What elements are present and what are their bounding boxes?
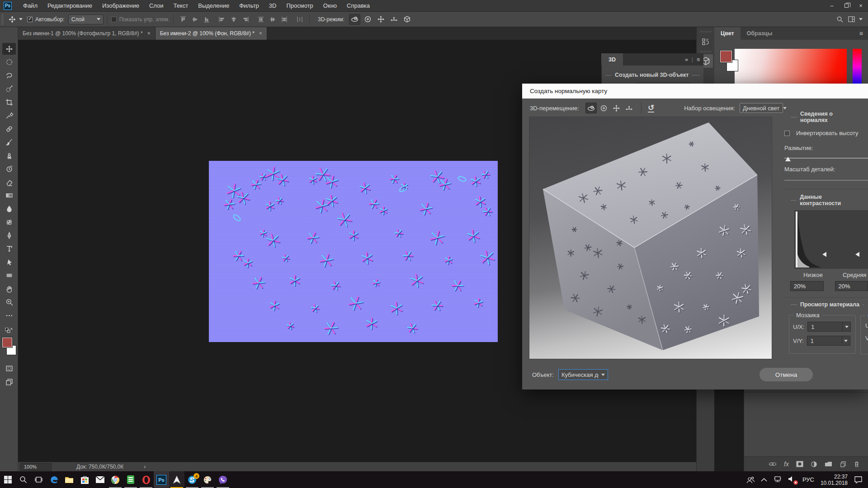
new-layer-icon[interactable] [840,461,846,468]
distribute-vcenter-icon[interactable] [267,14,278,25]
language-indicator[interactable]: РУС [802,476,814,483]
tab-color[interactable]: Цвет [714,27,741,40]
menu-5[interactable]: Текст [169,0,193,12]
close-tab-icon[interactable]: × [259,30,262,37]
mail-icon[interactable] [92,471,108,488]
link-icon[interactable] [769,461,777,467]
shape-tool[interactable] [2,270,16,282]
autoselect-target-dropdown[interactable]: Слой [68,14,104,24]
orbit-3d-icon[interactable] [585,103,597,113]
opera-icon[interactable] [138,471,154,488]
menu-3[interactable]: Изображение [97,0,144,12]
taskbar-search-icon[interactable] [15,471,31,488]
edit-toolbar-icon[interactable] [2,310,16,321]
move-tool[interactable] [2,43,16,55]
menu-11[interactable]: Справка [342,0,375,12]
sponge-tool[interactable] [2,216,16,228]
start-button[interactable] [0,471,15,488]
pan-3d-icon[interactable] [375,14,387,25]
delete-layer-icon[interactable] [854,461,860,468]
roll-3d-icon[interactable] [362,14,373,25]
distribute-top-icon[interactable] [255,14,267,25]
network-icon[interactable] [774,476,782,483]
skype-icon[interactable]: 4 [184,471,200,488]
tab-3d[interactable]: 3D [601,53,623,66]
slide-3d-icon[interactable] [388,14,400,25]
zoom-level-field[interactable]: 100% [20,463,52,471]
document-tab-2[interactable]: Без имени-2 @ 100% (Фон, RGB/8#) * × [156,27,267,40]
task-view-icon[interactable] [31,471,46,488]
menu-9[interactable]: Просмотр [281,0,318,12]
document-tab-1[interactable]: Без имени-1 @ 100% (Фотофильтр 1, RGB/8#… [18,27,156,40]
type-tool[interactable] [2,243,16,255]
screen-mode-icon[interactable] [2,376,16,388]
roll-3d-icon[interactable] [598,103,609,113]
panel-menu-icon[interactable]: ≡ [859,30,863,37]
align-top-icon[interactable] [177,14,189,25]
menu-6[interactable]: Выделение [193,0,234,12]
marquee-tool[interactable] [2,56,16,68]
quick-mask-icon[interactable] [2,362,16,374]
dialog-title-bar[interactable]: Создать нормальную карту [522,84,868,99]
normal-map-image[interactable] [209,161,498,342]
viber-icon[interactable] [215,471,231,488]
menu-2[interactable]: Редактирование [42,0,97,12]
mosaic-ux-select[interactable]: 1 [807,322,851,332]
menu-8[interactable]: 3D [264,0,282,12]
lighting-preset-dropdown[interactable]: Дневной свет [740,103,783,113]
align-hcenter-icon[interactable] [228,14,240,25]
default-swap-colors-icon[interactable] [2,325,16,337]
path-selection-tool[interactable] [2,256,16,268]
close-button[interactable]: × [854,0,868,12]
move-tool-preset-icon[interactable] [6,14,18,25]
tray-expand-chevron-icon[interactable] [761,478,767,482]
orbit-3d-icon[interactable] [349,14,360,25]
contrast-low-field[interactable]: 20% [790,281,824,291]
adjustment-layer-icon[interactable] [811,461,817,468]
distribute-width-icon[interactable] [294,14,306,25]
options-grip[interactable] [1,14,4,24]
menu-1[interactable]: Файл [18,0,42,12]
scale-3d-icon[interactable] [401,14,413,25]
menu-7[interactable]: Фильтр [234,0,264,12]
edge-icon[interactable] [46,471,61,488]
foreground-color-swatch[interactable] [720,51,732,62]
gradient-tool[interactable] [2,190,16,202]
people-icon[interactable] [746,476,755,483]
object-type-dropdown[interactable]: Кубическая де… [558,369,608,380]
contrast-histogram[interactable] [794,210,868,269]
search-icon[interactable] [834,14,845,25]
workspace-icon[interactable] [845,14,857,25]
taskbar-clock[interactable]: 22:37 10.01.2018 [821,474,848,486]
crop-tool[interactable] [2,96,16,108]
blur-slider-thumb[interactable] [785,157,791,161]
lasso-tool[interactable] [2,70,16,81]
pan-3d-icon[interactable] [611,103,622,113]
layer-effects-icon[interactable]: fx [784,460,789,468]
expand-panel-icon[interactable]: » [685,56,688,63]
chrome-icon[interactable] [108,471,123,488]
color-swatches[interactable] [2,337,16,357]
properties-panel-icon[interactable] [698,35,713,49]
cancel-button[interactable]: Отмена [760,368,813,381]
menu-4[interactable]: Слои [144,0,169,12]
panel-menu-icon[interactable]: ≡ [697,56,700,63]
blur-tool[interactable] [2,203,16,215]
file-explorer-icon[interactable] [61,471,77,488]
volume-muted-icon[interactable] [788,475,796,484]
eraser-tool[interactable] [2,176,16,188]
align-right-icon[interactable] [240,14,251,25]
workspace-chevron-icon[interactable] [859,18,863,20]
healing-brush-tool[interactable] [2,123,16,135]
align-vcenter-icon[interactable] [189,14,201,25]
mosaic-vy-select[interactable]: 1 [807,336,850,346]
slide-3d-icon[interactable] [623,103,635,113]
align-bottom-icon[interactable] [201,14,212,25]
action-center-icon[interactable] [854,476,863,483]
contrast-mid-field[interactable]: 20% [835,281,868,291]
invert-height-checkbox[interactable] [784,131,790,136]
tab-swatches[interactable]: Образцы [741,27,779,40]
restore-button[interactable] [839,0,854,12]
blur-slider[interactable] [784,158,868,163]
new-group-icon[interactable] [825,461,832,467]
